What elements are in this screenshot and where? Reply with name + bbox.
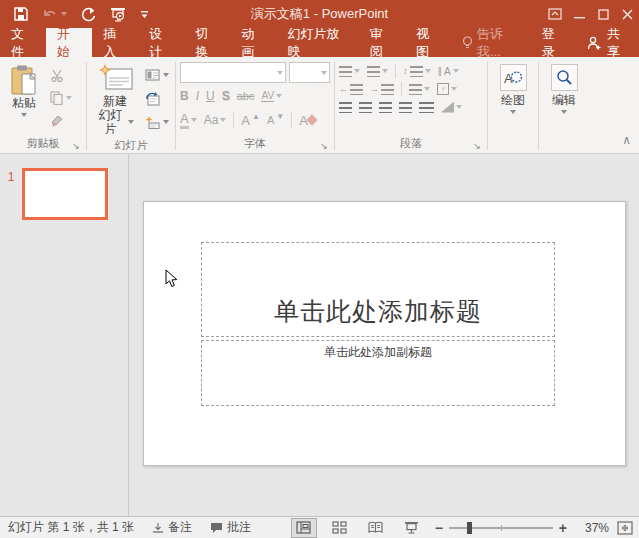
font-group-label: 字体 xyxy=(244,137,266,149)
character-spacing-button[interactable]: AV xyxy=(261,90,282,102)
layout-button[interactable] xyxy=(143,65,171,85)
columns-button[interactable] xyxy=(409,84,430,95)
align-center-button[interactable] xyxy=(359,102,372,113)
start-from-beginning-icon[interactable] xyxy=(110,7,126,22)
undo-icon[interactable] xyxy=(42,8,67,21)
share-label: 共享 xyxy=(607,25,628,61)
slide-number: 1 xyxy=(0,168,22,516)
zoom-level[interactable]: 37% xyxy=(575,521,609,535)
tab-review[interactable]: 审阅 xyxy=(359,28,405,57)
sign-in-button[interactable]: 登录 xyxy=(531,28,576,57)
close-icon[interactable] xyxy=(615,0,639,28)
tab-insert[interactable]: 插入 xyxy=(92,28,138,57)
notes-button[interactable]: 备注 xyxy=(152,519,192,536)
strikethrough-button[interactable]: abc xyxy=(237,90,255,102)
tab-home[interactable]: 开始 xyxy=(46,28,92,57)
slide-thumbnail[interactable] xyxy=(22,168,108,220)
clear-formatting-button[interactable]: A xyxy=(299,113,316,128)
subtitle-placeholder[interactable]: 单击此处添加副标题 xyxy=(201,340,555,406)
comments-icon xyxy=(210,522,223,534)
italic-button[interactable]: I xyxy=(196,89,199,103)
tab-animations[interactable]: 动画 xyxy=(230,28,276,57)
editing-button[interactable]: 编辑 xyxy=(543,62,585,136)
bullets-button[interactable] xyxy=(339,66,360,77)
clipboard-group-label: 剪贴板 xyxy=(27,137,60,149)
paste-button[interactable]: 粘贴 xyxy=(4,62,44,136)
clipboard-group: 粘贴 剪贴板 ↘ xyxy=(0,60,86,153)
increase-indent-button[interactable]: → xyxy=(370,84,394,95)
tab-file[interactable]: 文件 xyxy=(0,28,46,57)
normal-view-button[interactable] xyxy=(291,518,317,538)
align-left-button[interactable] xyxy=(339,102,352,113)
increase-font-size-button[interactable]: A▲ xyxy=(241,113,260,128)
title-placeholder[interactable]: 单击此处添加标题 xyxy=(201,242,555,337)
justify-button[interactable] xyxy=(399,102,412,113)
text-direction-button[interactable]: ∥A xyxy=(438,66,459,77)
new-slide-dropdown-arrow xyxy=(128,120,134,124)
paste-label: 粘贴 xyxy=(12,96,36,110)
bold-button[interactable]: B xyxy=(180,89,189,103)
font-color-button[interactable]: A xyxy=(180,111,197,129)
zoom-controls: − + xyxy=(435,523,567,533)
reading-view-button[interactable] xyxy=(363,518,389,538)
slide-sorter-view-button[interactable] xyxy=(327,518,353,538)
new-slide-button[interactable]: 新建 幻灯片 xyxy=(91,62,139,138)
format-painter-button[interactable] xyxy=(48,110,74,130)
lightbulb-icon xyxy=(462,36,473,50)
underline-button[interactable]: U xyxy=(206,89,215,103)
tab-design[interactable]: 设计 xyxy=(138,28,184,57)
zoom-slider-handle[interactable] xyxy=(467,522,472,534)
share-button[interactable]: 共享 xyxy=(576,28,639,57)
notes-label: 备注 xyxy=(168,519,192,536)
copy-dropdown-arrow xyxy=(66,96,72,100)
tab-view[interactable]: 视图 xyxy=(405,28,451,57)
decrease-indent-button[interactable]: ← xyxy=(339,84,363,95)
paste-dropdown-arrow xyxy=(21,113,27,117)
slide-canvas[interactable]: 单击此处添加标题 单击此处添加副标题 xyxy=(143,201,626,466)
zoom-in-icon[interactable]: + xyxy=(559,523,567,533)
tab-transitions[interactable]: 切换 xyxy=(184,28,230,57)
section-button[interactable] xyxy=(143,112,171,132)
save-icon[interactable] xyxy=(14,7,28,21)
copy-button[interactable] xyxy=(48,88,74,108)
font-dialog-launcher-icon[interactable]: ↘ xyxy=(319,141,329,151)
drawing-label: 绘图 xyxy=(501,92,525,109)
customize-quick-access-toolbar-icon[interactable] xyxy=(140,10,149,19)
reset-button[interactable] xyxy=(143,89,171,109)
zoom-slider[interactable] xyxy=(449,527,553,529)
font-size-combobox[interactable] xyxy=(289,62,330,83)
slide-thumbnail-panel: 1 xyxy=(0,154,129,516)
change-case-button[interactable]: Aa xyxy=(204,113,227,127)
line-spacing-button[interactable]: ↕ xyxy=(403,66,431,77)
collapse-ribbon-icon[interactable]: ∧ xyxy=(622,133,631,147)
convert-to-smartart-button[interactable] xyxy=(441,102,462,113)
maximize-icon[interactable] xyxy=(591,0,615,28)
minimize-icon[interactable] xyxy=(567,0,591,28)
layout-dropdown-arrow xyxy=(163,73,169,77)
share-person-icon xyxy=(587,36,602,50)
statusbar-right: − + 37% xyxy=(291,518,633,538)
align-text-button[interactable]: ↑ xyxy=(437,83,457,95)
fit-to-window-icon[interactable] xyxy=(617,521,633,535)
drawing-icon: A xyxy=(500,64,527,91)
editing-label: 编辑 xyxy=(552,92,576,109)
decrease-font-size-button[interactable]: A▼ xyxy=(267,114,284,126)
text-shadow-button[interactable]: S xyxy=(222,89,230,103)
slides-group-label: 幻灯片 xyxy=(115,139,148,151)
section-dropdown-arrow xyxy=(163,120,169,124)
drawing-button[interactable]: A 绘图 xyxy=(492,62,534,136)
redo-icon[interactable] xyxy=(81,7,96,22)
numbering-button[interactable] xyxy=(367,66,388,77)
align-right-button[interactable] xyxy=(379,102,392,113)
zoom-out-icon[interactable]: − xyxy=(435,523,443,533)
slideshow-view-button[interactable] xyxy=(399,518,425,538)
font-name-combobox[interactable] xyxy=(180,62,286,83)
tab-slideshow[interactable]: 幻灯片放映 xyxy=(277,28,359,57)
ribbon-display-options-icon[interactable] xyxy=(543,0,567,28)
comments-button[interactable]: 批注 xyxy=(210,519,251,536)
distribute-button[interactable] xyxy=(419,102,434,113)
paragraph-dialog-launcher-icon[interactable]: ↘ xyxy=(472,141,482,151)
cut-button[interactable] xyxy=(48,65,74,85)
clipboard-dialog-launcher-icon[interactable]: ↘ xyxy=(71,141,81,151)
tell-me-box[interactable]: 告诉我... xyxy=(451,28,531,57)
